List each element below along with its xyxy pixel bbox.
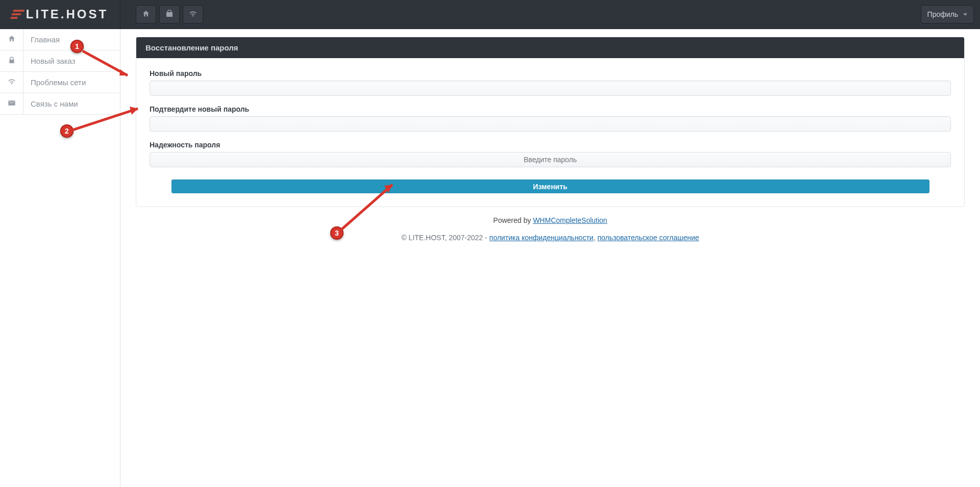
profile-label: Профиль <box>927 10 958 18</box>
strength-placeholder: Введите пароль <box>524 156 577 164</box>
strength-label: Надежность пароля <box>150 141 951 149</box>
powered-link[interactable]: WHMCompleteSolution <box>533 216 607 224</box>
logo-cell: LITE.HOST <box>0 0 120 29</box>
envelope-icon <box>8 99 16 109</box>
powered-by: Powered by WHMCompleteSolution <box>136 216 965 224</box>
sidebar: Главная Новый заказ Проблемы сети Связь … <box>0 29 120 487</box>
top-navbar: LITE.HOST Профиль <box>0 0 980 29</box>
footer: © LITE.HOST, 2007-2022 - политика конфид… <box>136 234 965 242</box>
home-button[interactable] <box>136 5 156 23</box>
new-password-label: Новый пароль <box>150 69 951 78</box>
sidebar-item-home[interactable]: Главная <box>0 29 120 50</box>
home-icon <box>142 10 150 19</box>
submit-button[interactable]: Изменить <box>172 180 929 193</box>
sidebar-item-order[interactable]: Новый заказ <box>0 50 120 72</box>
sidebar-item-label: Новый заказ <box>23 57 76 65</box>
password-strength-meter: Введите пароль <box>150 152 951 167</box>
sidebar-item-label: Связь с нами <box>23 99 78 108</box>
wifi-icon <box>8 78 16 87</box>
new-password-input[interactable] <box>150 81 951 96</box>
logo-text: LITE.HOST <box>26 7 108 21</box>
shop-button[interactable] <box>159 5 180 23</box>
sidebar-item-label: Главная <box>23 35 60 44</box>
profile-dropdown[interactable]: Профиль <box>921 5 974 23</box>
home-icon <box>8 35 16 44</box>
password-reset-panel: Восстановление пароля Новый пароль Подтв… <box>136 37 965 207</box>
powered-prefix: Powered by <box>493 216 533 224</box>
sidebar-item-label: Проблемы сети <box>23 78 86 87</box>
chevron-down-icon <box>963 13 967 16</box>
copyright-text: © LITE.HOST, 2007-2022 - <box>401 234 489 242</box>
confirm-password-input[interactable] <box>150 116 951 132</box>
panel-title: Восстановление пароля <box>136 37 964 58</box>
confirm-password-label: Подтвердите новый пароль <box>150 105 951 113</box>
lock-icon <box>8 56 16 66</box>
network-button[interactable] <box>183 5 203 23</box>
tos-link[interactable]: пользовательское соглашение <box>597 234 699 242</box>
toolbar <box>120 5 203 23</box>
main-content: Восстановление пароля Новый пароль Подтв… <box>120 29 980 487</box>
wifi-icon <box>189 10 197 19</box>
shopping-bag-icon <box>165 10 174 19</box>
privacy-link[interactable]: политика конфиденциальности <box>489 234 594 242</box>
logo[interactable]: LITE.HOST <box>12 7 108 21</box>
sidebar-item-network[interactable]: Проблемы сети <box>0 72 120 93</box>
sidebar-item-contact[interactable]: Связь с нами <box>0 93 120 115</box>
logo-stripes-icon <box>10 10 25 19</box>
